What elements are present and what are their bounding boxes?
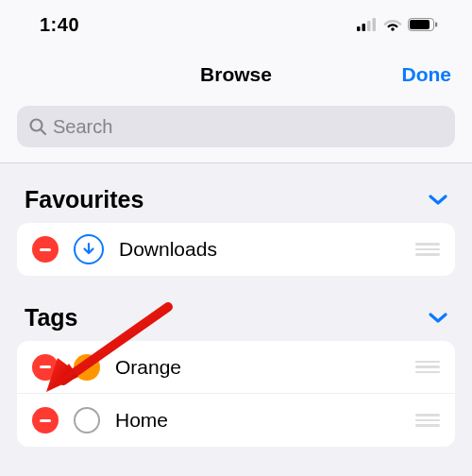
favourites-card: Downloads (17, 223, 455, 276)
svg-rect-0 (357, 26, 361, 31)
search-container: Search (0, 100, 472, 163)
svg-rect-3 (373, 18, 377, 31)
tag-color-dot (74, 407, 100, 434)
page-title: Browse (200, 63, 272, 86)
favourites-header[interactable]: Favourites (17, 163, 455, 223)
row-label: Home (115, 409, 400, 432)
svg-line-9 (41, 129, 45, 134)
svg-rect-2 (367, 21, 371, 31)
favourites-title: Favourites (25, 186, 143, 213)
cellular-icon (357, 18, 378, 31)
wifi-icon (383, 18, 402, 31)
row-label: Orange (115, 356, 400, 379)
favourites-row-downloads[interactable]: Downloads (17, 223, 455, 276)
nav-bar: Browse Done (0, 49, 472, 100)
row-label: Downloads (119, 238, 400, 261)
search-input[interactable]: Search (17, 106, 455, 147)
status-icons (357, 18, 438, 31)
done-button[interactable]: Done (402, 63, 452, 86)
search-icon (28, 117, 47, 136)
tags-title: Tags (25, 304, 78, 332)
delete-button[interactable] (32, 354, 59, 381)
svg-rect-6 (410, 20, 430, 29)
tags-row-home[interactable]: Home (17, 394, 455, 447)
tags-card: Orange Home (17, 341, 455, 447)
search-placeholder: Search (53, 116, 112, 138)
drag-handle-icon[interactable] (415, 414, 440, 427)
battery-icon (408, 18, 438, 31)
svg-rect-1 (362, 24, 366, 31)
tags-header[interactable]: Tags (17, 276, 455, 341)
svg-point-4 (391, 27, 395, 31)
downloads-icon (74, 234, 104, 264)
drag-handle-icon[interactable] (415, 361, 440, 374)
chevron-down-icon (429, 194, 447, 206)
tag-color-dot (74, 354, 100, 381)
drag-handle-icon[interactable] (415, 243, 440, 256)
delete-button[interactable] (32, 236, 59, 263)
status-time: 1:40 (40, 14, 79, 36)
status-bar: 1:40 (0, 0, 472, 49)
svg-rect-7 (435, 23, 437, 27)
chevron-down-icon (429, 312, 447, 324)
tags-row-orange[interactable]: Orange (17, 341, 455, 394)
delete-button[interactable] (32, 407, 59, 434)
